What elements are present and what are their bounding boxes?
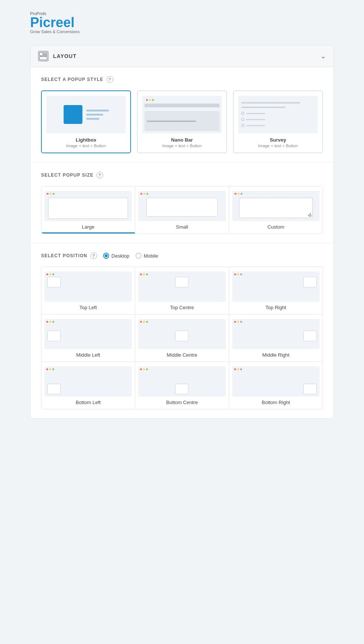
middle-left-label: Middle Left	[44, 352, 132, 358]
custom-dot-red	[235, 193, 236, 195]
svg-rect-1	[44, 52, 47, 54]
small-dot-red	[140, 193, 142, 195]
sv-radio-3	[241, 124, 315, 127]
position-help-icon[interactable]: ?	[90, 252, 97, 259]
large-dot-red	[47, 193, 49, 195]
sv-radio-line	[246, 113, 265, 114]
br-dot-r	[234, 368, 236, 370]
position-section: SELECT POSITION ? Desktop Mobile	[30, 243, 334, 418]
bl-dot-g	[52, 368, 54, 370]
popup-style-help-icon[interactable]: ?	[107, 76, 113, 83]
popup-size-section: SELECT POPUP SIZE ? Large	[30, 163, 334, 243]
mc-window	[175, 331, 189, 341]
position-bottom-right[interactable]: Bottom Right	[229, 362, 323, 409]
br-dot-g	[240, 368, 242, 370]
logo-area: ProProfs Picreel Grow Sales & Conversion…	[30, 8, 334, 38]
bot-centre-preview	[138, 366, 225, 397]
custom-dot-green	[241, 193, 242, 195]
large-label: Large	[44, 224, 132, 230]
tc-dot-g	[146, 273, 148, 275]
bc-dots	[138, 366, 225, 371]
chevron-down-icon: ⌄	[320, 52, 326, 60]
ml-window	[47, 331, 61, 341]
mr-dot-g	[240, 321, 242, 323]
lb-square	[64, 105, 82, 124]
mr-dot-r	[234, 321, 236, 323]
top-right-label: Top Right	[232, 305, 320, 310]
popup-size-help-icon[interactable]: ?	[96, 172, 103, 179]
svg-rect-2	[44, 55, 47, 56]
sv-radio-2	[241, 118, 315, 121]
popup-style-lightbox[interactable]: Lightbox Image + text + Button	[41, 90, 131, 153]
small-preview	[138, 191, 225, 221]
size-card-small[interactable]: Small	[135, 186, 229, 233]
bl-window	[47, 384, 61, 394]
tc-dots	[138, 272, 225, 276]
bot-left-preview	[44, 366, 132, 397]
lightbox-desc: Image + text + Button	[46, 143, 126, 148]
popup-style-survey[interactable]: Survey Image + text + Button	[233, 90, 323, 153]
bc-dot-g	[146, 368, 148, 370]
ml-dot-r	[46, 321, 48, 323]
large-dot-green	[53, 193, 55, 195]
bc-dot-y	[143, 368, 145, 370]
survey-name: Survey	[238, 137, 318, 143]
lb-line-3	[86, 118, 99, 120]
lightbox-preview	[46, 96, 126, 133]
middle-right-label: Middle Right	[232, 352, 320, 358]
position-middle-right[interactable]: Middle Right	[229, 314, 323, 362]
position-bottom-left[interactable]: Bottom Left	[41, 362, 135, 409]
logo-picreel[interactable]: Picreel	[30, 16, 334, 29]
mc-dot-r	[140, 321, 142, 323]
middle-centre-label: Middle Centre	[138, 352, 225, 358]
device-radio-group: Desktop Mobile	[103, 253, 158, 259]
tl-dots	[44, 272, 132, 276]
lightbox-name: Lightbox	[46, 137, 126, 143]
desktop-radio[interactable]: Desktop	[103, 253, 129, 259]
bottom-right-label: Bottom Right	[232, 400, 320, 405]
position-bottom-centre[interactable]: Bottom Centre	[135, 362, 229, 409]
mobile-radio[interactable]: Mobile	[136, 253, 158, 259]
position-middle-centre[interactable]: Middle Centre	[135, 314, 229, 362]
top-centre-label: Top Centre	[138, 305, 225, 310]
top-right-preview	[232, 272, 320, 302]
layout-header-left: LAYOUT	[38, 51, 76, 61]
tc-dot-y	[143, 273, 145, 275]
custom-preview	[232, 191, 320, 221]
large-window	[48, 198, 128, 219]
bl-dot-y	[49, 368, 51, 370]
mr-dots	[232, 319, 320, 324]
resize-icon	[307, 212, 312, 217]
desktop-radio-label: Desktop	[111, 253, 129, 259]
nb-dot-green	[152, 99, 154, 101]
position-middle-left[interactable]: Middle Left	[41, 314, 135, 362]
position-top-right[interactable]: Top Right	[229, 267, 323, 314]
sv-radio-line-2	[246, 119, 265, 120]
layout-header[interactable]: LAYOUT ⌄	[30, 46, 334, 67]
bot-right-preview	[232, 366, 320, 397]
popup-style-nanobar[interactable]: Nano Bar Image + text + Button	[137, 90, 227, 153]
bl-dots	[44, 366, 132, 371]
tl-window	[47, 277, 61, 287]
sv-radio-circle-2	[241, 118, 244, 121]
popup-style-section: SELECT A POPUP STYLE ?	[30, 67, 334, 163]
size-card-custom[interactable]: Custom	[229, 186, 323, 233]
large-dot-yellow	[50, 193, 52, 195]
top-left-preview	[44, 272, 132, 302]
bc-window	[175, 384, 189, 394]
tr-dot-r	[234, 273, 236, 275]
mr-dot-y	[237, 321, 239, 323]
position-top-left[interactable]: Top Left	[41, 267, 135, 314]
large-preview	[44, 191, 132, 221]
position-top-centre[interactable]: Top Centre	[135, 267, 229, 314]
nb-content-area	[145, 111, 219, 131]
tr-dots	[232, 272, 320, 276]
svg-line-4	[308, 213, 311, 216]
sv-line-2	[241, 107, 285, 108]
mr-window	[303, 331, 317, 341]
mid-right-preview	[232, 319, 320, 349]
nb-dots	[145, 98, 219, 102]
small-dot-green	[146, 193, 148, 195]
size-card-large[interactable]: Large	[41, 186, 135, 233]
survey-preview	[238, 96, 318, 133]
